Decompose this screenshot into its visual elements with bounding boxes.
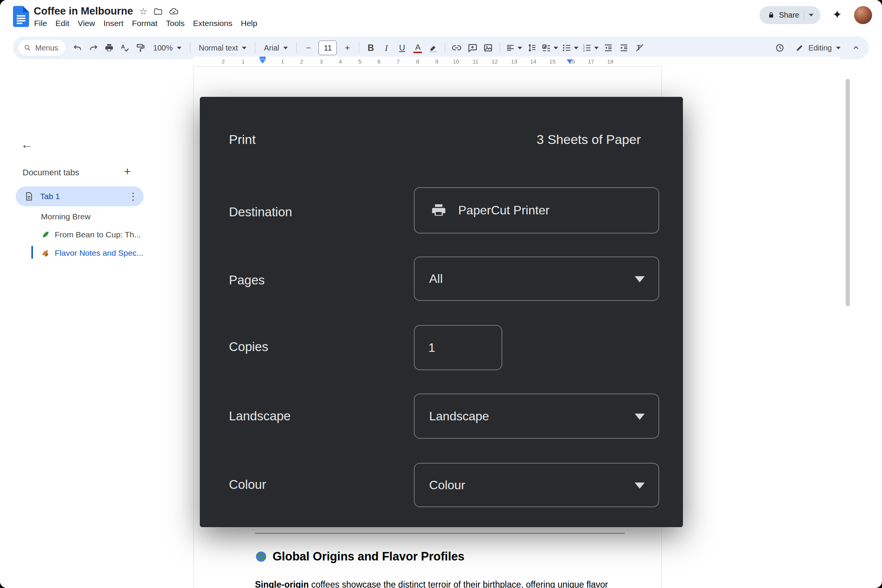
decrease-indent-button[interactable] [601, 39, 616, 56]
ruler-tick: 18 [607, 58, 614, 65]
layout-value: Landscape [429, 409, 489, 423]
add-tab-button[interactable]: + [124, 165, 131, 178]
underline-button[interactable]: U [394, 39, 410, 56]
print-dialog: Print 3 Sheets of Paper Destination Pape… [200, 97, 683, 527]
menu-help[interactable]: Help [237, 17, 261, 30]
destination-button[interactable]: PaperCut Printer [414, 187, 659, 234]
ruler-tick: 9 [435, 58, 438, 65]
italic-button[interactable]: I [379, 39, 394, 56]
chevron-down-icon [635, 414, 645, 420]
sidebar-tab-1[interactable]: Tab 1 ⋮ [16, 186, 144, 206]
decrease-font-size-button[interactable]: − [301, 39, 316, 56]
pages-select[interactable]: All [414, 256, 659, 301]
chevron-down-icon [554, 47, 558, 49]
move-folder-icon[interactable] [154, 7, 163, 16]
zoom-select[interactable]: 100% [149, 39, 186, 56]
text-color-button[interactable]: A [410, 39, 425, 56]
star-icon[interactable]: ☆ [139, 7, 148, 16]
left-indent-marker[interactable] [260, 57, 266, 64]
numbered-list-button[interactable]: 123 [580, 39, 600, 56]
ruler-tick: 11 [472, 58, 479, 65]
ruler-tick: 2 [300, 58, 303, 65]
add-comment-button[interactable] [465, 39, 480, 56]
menus-label: Menus [35, 44, 58, 52]
insert-image-button[interactable] [480, 39, 496, 56]
vertical-scrollbar[interactable] [846, 79, 850, 306]
menu-edit[interactable]: Edit [51, 17, 74, 30]
print-button[interactable] [101, 39, 117, 56]
search-menus-button[interactable]: Menus [18, 40, 66, 56]
increase-indent-button[interactable] [616, 39, 632, 56]
copies-label: Copies [229, 340, 268, 354]
svg-text:A: A [121, 44, 125, 50]
checklist-button[interactable] [540, 39, 560, 56]
search-icon [24, 44, 31, 52]
ruler-tick: 4 [339, 58, 342, 65]
increase-font-size-button[interactable]: + [340, 39, 355, 56]
copies-input[interactable] [414, 325, 502, 370]
paragraph-style-select[interactable]: Normal text [194, 39, 251, 56]
menu-extensions[interactable]: Extensions [189, 17, 237, 30]
font-family-select[interactable]: Arial [259, 39, 292, 56]
collapse-toolbar-button[interactable] [848, 39, 864, 56]
account-avatar[interactable] [854, 6, 872, 24]
ruler-tick: 13 [511, 58, 518, 65]
highlight-color-button[interactable] [426, 39, 441, 56]
document-title[interactable]: Coffee in Melbourne [34, 5, 133, 17]
ruler-tick: 3 [320, 58, 323, 65]
insert-link-button[interactable] [449, 39, 464, 56]
redo-button[interactable] [86, 39, 101, 56]
ruler-tick: 2 [222, 58, 225, 65]
ruler-tick: 12 [492, 58, 498, 65]
line-spacing-button[interactable] [524, 39, 539, 56]
paragraph-style-value: Normal text [199, 44, 238, 52]
toolbar-divider [359, 42, 359, 54]
menu-format[interactable]: Format [128, 17, 162, 30]
cloud-saved-icon[interactable] [169, 7, 179, 16]
bulleted-list-button[interactable] [560, 39, 580, 56]
chevron-down-icon [177, 47, 181, 49]
menu-insert[interactable]: Insert [99, 17, 128, 30]
editing-mode-value: Editing [808, 44, 832, 52]
ruler-tick: 7 [397, 58, 400, 65]
right-indent-marker[interactable] [567, 57, 573, 64]
version-history-icon[interactable] [772, 39, 787, 56]
toolbar-divider [255, 42, 255, 54]
color-select[interactable]: Colour [414, 463, 659, 507]
docs-logo-icon[interactable] [13, 6, 29, 29]
layout-select[interactable]: Landscape [414, 394, 659, 439]
menu-view[interactable]: View [74, 17, 99, 30]
zoom-value: 100% [153, 44, 173, 52]
ruler-tick: 10 [453, 58, 459, 65]
ruler-tick: 17 [588, 58, 595, 65]
back-arrow-button[interactable]: ← [21, 138, 33, 150]
editing-mode-select[interactable]: Editing [791, 39, 845, 56]
ruler-tick: 1 [242, 58, 245, 65]
outline-item-flavor-notes[interactable]: Flavor Notes and Spec... [41, 247, 143, 259]
gemini-spark-icon[interactable] [831, 9, 843, 21]
formatting-toolbar: Menus A 100% Normal text Arial [13, 36, 869, 59]
outline-item-from-bean-to-cup[interactable]: From Bean to Cup: Th... [41, 229, 141, 240]
font-size-input[interactable]: 11 [318, 41, 337, 55]
color-label: Colour [229, 477, 266, 492]
clear-formatting-button[interactable]: T [632, 39, 647, 56]
ruler-tick: 1 [281, 58, 284, 65]
ruler-tick: 8 [416, 58, 419, 65]
outline-item-morning-brew[interactable]: Morning Brew [41, 211, 91, 222]
paint-format-button[interactable] [133, 39, 148, 56]
share-dropdown-button[interactable] [804, 14, 818, 16]
tab-options-icon[interactable]: ⋮ [128, 191, 138, 201]
font-size-value: 11 [324, 44, 332, 52]
align-button[interactable] [504, 39, 524, 56]
undo-button[interactable] [70, 39, 85, 56]
bold-button[interactable]: B [363, 39, 378, 56]
share-button[interactable]: Share [760, 6, 820, 24]
menu-file[interactable]: File [30, 17, 51, 30]
lock-icon [767, 11, 775, 19]
herb-icon [41, 230, 50, 239]
destination-label: Destination [229, 205, 292, 219]
outline-label: From Bean to Cup: Th... [55, 230, 141, 239]
spellcheck-button[interactable]: A [117, 39, 132, 56]
menu-tools[interactable]: Tools [162, 17, 189, 30]
print-dialog-title: Print [229, 132, 256, 147]
